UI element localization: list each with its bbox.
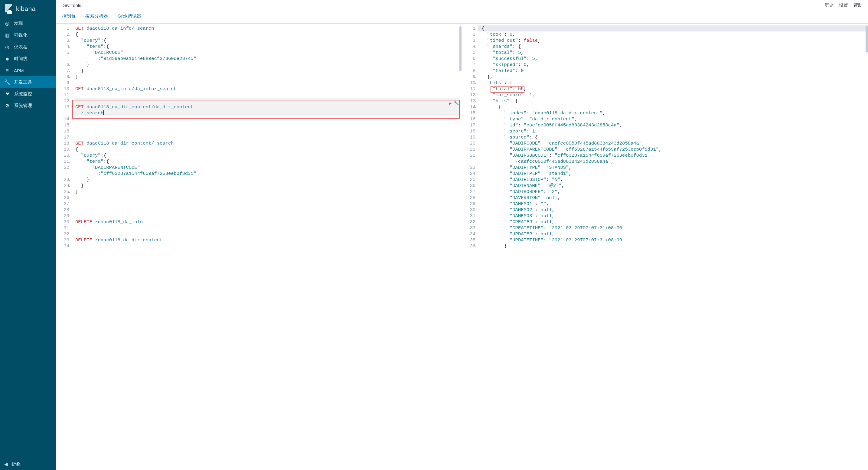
sidebar-item-6[interactable]: ❤系统监控 — [0, 88, 56, 100]
sidebar-item-label: APM — [14, 68, 24, 73]
settings-link[interactable]: 设置 — [839, 2, 848, 8]
tab-2[interactable]: Grok调试器 — [117, 13, 142, 23]
sidebar-collapse[interactable]: ◀ 折叠 — [0, 458, 56, 470]
heartbeat-icon: ❤ — [4, 91, 10, 97]
tools-icon[interactable]: 🔧 — [454, 100, 459, 105]
gauge-icon: ◷ — [4, 44, 10, 50]
gear-icon: ⚙ — [4, 103, 10, 108]
barchart-icon: ▥ — [4, 32, 10, 38]
sidebar-item-label: 系统管理 — [14, 103, 32, 108]
scrollbar-thumb[interactable] — [866, 26, 868, 53]
sidebar-item-1[interactable]: ▥可视化 — [0, 29, 56, 41]
side-nav: ◎发现▥可视化◷仪表盘☻时间线≡APM🔧开发工具❤系统监控⚙系统管理 — [0, 18, 56, 458]
sidebar-item-label: 开发工具 — [14, 79, 32, 85]
bear-icon: ☻ — [4, 56, 10, 62]
response-code[interactable]: { "took": 0, "timed_out": false, "_shard… — [478, 24, 868, 470]
sidebar-item-label: 仪表盘 — [14, 44, 28, 50]
app-name: kibana — [16, 5, 36, 12]
sidebar-collapse-label: 折叠 — [11, 461, 21, 467]
help-link[interactable]: 帮助 — [854, 2, 863, 8]
scrollbar-thumb[interactable] — [459, 26, 462, 71]
topbar-links: 历史 设置 帮助 — [825, 2, 863, 8]
sidebar-item-label: 系统监控 — [14, 91, 32, 97]
kibana-logo-icon — [4, 4, 13, 13]
apm-icon: ≡ — [4, 68, 10, 73]
request-editor[interactable]: 1234567891011121314151617181920212223242… — [56, 24, 462, 470]
sidebar-item-2[interactable]: ◷仪表盘 — [0, 41, 56, 53]
topbar: Dev Tools 历史 设置 帮助 — [56, 0, 868, 9]
console-panes: 1234567891011121314151617181920212223242… — [56, 24, 868, 470]
sidebar-item-label: 发现 — [14, 21, 23, 26]
sidebar-item-5[interactable]: 🔧开发工具 — [0, 76, 56, 88]
request-gutter: 1234567891011121314151617181920212223242… — [56, 24, 72, 470]
response-gutter: 1234567891011121314151617181920212223242… — [462, 24, 478, 470]
sidebar-item-0[interactable]: ◎发现 — [0, 18, 56, 29]
tab-1[interactable]: 搜索分析器 — [85, 13, 108, 23]
page-title: Dev Tools — [61, 3, 81, 8]
sidebar-item-label: 可视化 — [14, 32, 28, 38]
sidebar-item-label: 时间线 — [14, 56, 28, 62]
history-link[interactable]: 历史 — [825, 2, 834, 8]
compass-icon: ◎ — [4, 21, 10, 26]
request-code[interactable]: GET daac0118_da_info/_search{ "query":{ … — [72, 24, 462, 470]
logo[interactable]: kibana — [0, 0, 56, 18]
main: Dev Tools 历史 设置 帮助 控制台搜索分析器Grok调试器 12345… — [56, 0, 868, 470]
tab-0[interactable]: 控制台 — [61, 13, 76, 23]
wrench-icon: 🔧 — [4, 79, 10, 85]
collapse-icon: ◀ — [4, 462, 8, 467]
sidebar-item-3[interactable]: ☻时间线 — [0, 53, 56, 65]
sidebar-item-4[interactable]: ≡APM — [0, 65, 56, 76]
play-icon[interactable]: ▶ — [449, 101, 452, 106]
sidebar-item-7[interactable]: ⚙系统管理 — [0, 100, 56, 112]
sidebar: kibana ◎发现▥可视化◷仪表盘☻时间线≡APM🔧开发工具❤系统监控⚙系统管… — [0, 0, 56, 470]
tabs: 控制台搜索分析器Grok调试器 — [56, 9, 868, 24]
response-viewer[interactable]: ⋮ 12345678910111213141516171819202122232… — [462, 24, 868, 470]
